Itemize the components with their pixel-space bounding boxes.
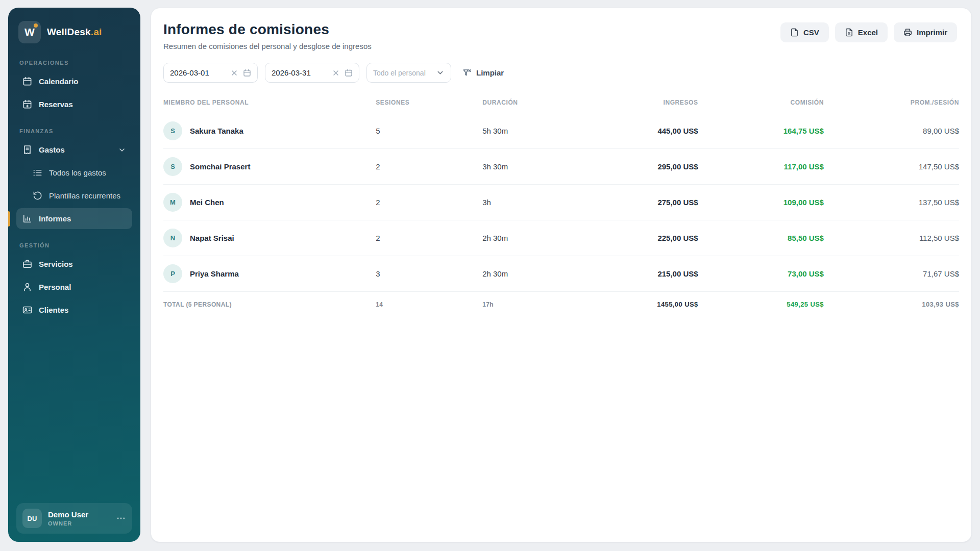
table-row: PPriya Sharma 3 2h 30m 215,00 US$ 73,00 … <box>163 256 959 292</box>
total-label: TOTAL (5 PERSONAL) <box>163 292 376 316</box>
sidebar-item-label: Calendario <box>39 77 79 86</box>
page-subtitle: Resumen de comisiones del personal y des… <box>163 42 372 51</box>
chevron-down-icon <box>118 146 126 154</box>
file-icon <box>790 28 799 37</box>
date-to-value: 2026-03-31 <box>272 68 327 77</box>
sidebar-item-label: Todos los gastos <box>49 168 106 177</box>
member-name: Sakura Tanaka <box>190 127 243 135</box>
table-total-row: TOTAL (5 PERSONAL) 14 17h 1455,00 US$ 54… <box>163 292 959 316</box>
print-button[interactable]: Imprimir <box>894 22 957 42</box>
calendar-icon[interactable] <box>345 69 353 77</box>
sidebar-item-label: Gastos <box>39 145 65 154</box>
table-row: SSakura Tanaka 5 5h 30m 445,00 US$ 164,7… <box>163 113 959 149</box>
sidebar-item-label: Reservas <box>39 100 73 109</box>
funnel-x-icon <box>462 68 472 78</box>
calendar-icon[interactable] <box>243 69 251 77</box>
history-icon <box>33 191 42 201</box>
sidebar-item-label: Informes <box>39 214 71 223</box>
staff-select[interactable]: Todo el personal <box>366 63 451 83</box>
date-to-input[interactable]: 2026-03-31 <box>265 63 359 83</box>
avatar: S <box>163 121 182 140</box>
commission-value: 117,00 US$ <box>698 149 824 185</box>
calendar-plus-icon <box>22 99 32 109</box>
app-logo[interactable]: W WellDesk.ai <box>16 19 132 48</box>
clear-filters-button[interactable]: Limpiar <box>462 68 504 78</box>
id-card-icon <box>22 305 32 315</box>
sidebar-item-personal[interactable]: Personal <box>16 277 132 297</box>
user-icon <box>22 282 32 292</box>
sidebar-item-plantillas-recurrentes[interactable]: Plantillas recurrentes <box>16 185 132 206</box>
chevron-down-icon <box>436 68 445 77</box>
ellipsis-icon[interactable] <box>116 513 126 523</box>
logo-dot <box>34 23 38 28</box>
clear-filters-label: Limpiar <box>476 68 504 77</box>
total-avg: 103,93 US$ <box>824 292 959 316</box>
list-icon <box>33 168 42 178</box>
table-row: MMei Chen 2 3h 275,00 US$ 109,00 US$ 137… <box>163 185 959 220</box>
avg-value: 147,50 US$ <box>824 149 959 185</box>
avatar: S <box>163 157 182 176</box>
file-x-icon <box>845 28 853 37</box>
commission-value: 73,00 US$ <box>698 256 824 292</box>
sidebar-item-servicios[interactable]: Servicios <box>16 254 132 274</box>
sidebar-item-gastos[interactable]: Gastos <box>16 139 132 160</box>
table-row: NNapat Srisai 2 2h 30m 225,00 US$ 85,50 … <box>163 220 959 256</box>
sidebar-item-clientes[interactable]: Clientes <box>16 299 132 320</box>
col-revenue: INGRESOS <box>586 94 698 113</box>
col-member: MIEMBRO DEL PERSONAL <box>163 94 376 113</box>
excel-button[interactable]: Excel <box>835 22 888 42</box>
member-name: Priya Sharma <box>190 269 239 278</box>
col-avg: PROM./SESIÓN <box>824 94 959 113</box>
export-actions: CSV Excel Imprimir <box>780 21 959 42</box>
user-role: OWNER <box>48 520 88 527</box>
page-title: Informes de comisiones <box>163 21 372 38</box>
staff-select-placeholder: Todo el personal <box>373 69 432 77</box>
print-button-label: Imprimir <box>917 28 947 37</box>
member-name: Mei Chen <box>190 198 224 207</box>
commissions-table: MIEMBRO DEL PERSONAL SESIONES DURACIÓN I… <box>163 94 959 315</box>
sessions-value: 2 <box>376 185 482 220</box>
commission-value: 85,50 US$ <box>698 220 824 256</box>
sidebar-item-label: Clientes <box>39 306 68 314</box>
sidebar-item-todos-los-gastos[interactable]: Todos los gastos <box>16 162 132 183</box>
duration-value: 3h 30m <box>482 149 586 185</box>
user-name: Demo User <box>48 510 88 519</box>
commission-value: 109,00 US$ <box>698 185 824 220</box>
avg-value: 112,50 US$ <box>824 220 959 256</box>
member-name: Napat Srisai <box>190 234 234 242</box>
avg-value: 71,67 US$ <box>824 256 959 292</box>
sidebar-item-informes[interactable]: Informes <box>16 208 132 229</box>
date-from-input[interactable]: 2026-03-01 <box>163 63 258 83</box>
sessions-value: 3 <box>376 256 482 292</box>
csv-button[interactable]: CSV <box>780 22 829 42</box>
excel-button-label: Excel <box>858 28 878 37</box>
clear-date-icon[interactable] <box>332 69 340 77</box>
filter-bar: 2026-03-01 2026-03-31 Todo el personal L… <box>163 63 959 83</box>
receipt-icon <box>22 145 32 155</box>
csv-button-label: CSV <box>803 28 819 37</box>
brand-suffix: .ai <box>91 27 102 37</box>
sidebar: W WellDesk.ai OPERACIONES Calendario Res… <box>8 8 140 542</box>
revenue-value: 225,00 US$ <box>586 220 698 256</box>
sidebar-item-label: Plantillas recurrentes <box>49 191 120 200</box>
sidebar-item-reservas[interactable]: Reservas <box>16 94 132 115</box>
avg-value: 137,50 US$ <box>824 185 959 220</box>
sidebar-item-label: Servicios <box>39 260 73 268</box>
logo-mark: W <box>18 21 41 43</box>
table-header-row: MIEMBRO DEL PERSONAL SESIONES DURACIÓN I… <box>163 94 959 113</box>
total-revenue: 1455,00 US$ <box>586 292 698 316</box>
briefcase-icon <box>22 259 32 269</box>
calendar-icon <box>22 77 32 86</box>
sidebar-item-calendario[interactable]: Calendario <box>16 71 132 92</box>
clear-date-icon[interactable] <box>230 69 238 77</box>
col-commission: COMISIÓN <box>698 94 824 113</box>
total-duration: 17h <box>482 292 586 316</box>
table-row: SSomchai Prasert 2 3h 30m 295,00 US$ 117… <box>163 149 959 185</box>
avatar: N <box>163 229 182 247</box>
duration-value: 2h 30m <box>482 256 586 292</box>
bar-chart-icon <box>22 214 32 223</box>
sessions-value: 2 <box>376 220 482 256</box>
user-card[interactable]: DU Demo User OWNER <box>16 503 132 534</box>
total-commission: 549,25 US$ <box>698 292 824 316</box>
main-content: Informes de comisiones Resumen de comisi… <box>151 8 972 542</box>
